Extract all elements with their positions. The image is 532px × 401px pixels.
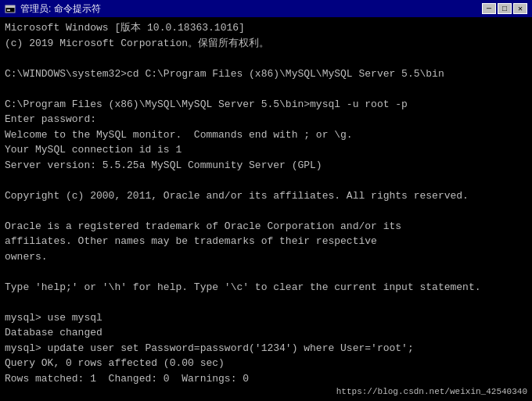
terminal-line: C:\WINDOWS\system32>cd C:\Program Files …: [5, 66, 527, 82]
terminal-line: Database changed: [5, 325, 527, 341]
watermark: https://blog.csdn.net/weixin_42540340: [336, 387, 527, 396]
terminal-line: Server version: 5.5.25a MySQL Community …: [5, 158, 527, 174]
terminal-line: Your MySQL connection id is 1: [5, 142, 527, 158]
terminal-line: [5, 295, 527, 310]
terminal-line: [5, 264, 527, 280]
terminal-line: C:\Program Files (x86)\MySQL\MySQL Serve…: [5, 97, 527, 113]
terminal-line: Microsoft Windows [版本 10.0.18363.1016]: [5, 20, 527, 36]
terminal-line: [5, 51, 527, 66]
maximize-button[interactable]: □: [498, 3, 512, 14]
close-button[interactable]: ✕: [513, 3, 527, 14]
titlebar-title: 管理员: 命令提示符: [20, 2, 477, 16]
terminal-line: mysql> update user set Password=password…: [5, 341, 527, 356]
titlebar-icon: [5, 3, 16, 14]
terminal-line: affiliates. Other names may be trademark…: [5, 234, 527, 249]
terminal-line: owners.: [5, 249, 527, 265]
svg-rect-1: [5, 5, 15, 8]
terminal-line: Type 'help;' or '\h' for help. Type '\c'…: [5, 280, 527, 295]
svg-rect-2: [7, 9, 10, 11]
terminal-line: [5, 81, 527, 97]
terminal-line: mysql> use mysql: [5, 310, 527, 326]
terminal-line: Rows matched: 1 Changed: 0 Warnings: 0: [5, 371, 527, 387]
terminal-line: [5, 203, 527, 219]
titlebar: 管理员: 命令提示符 ─ □ ✕: [0, 0, 532, 17]
titlebar-buttons: ─ □ ✕: [482, 3, 527, 14]
terminal-line: Welcome to the MySQL monitor. Commands e…: [5, 127, 527, 143]
terminal-line: Query OK, 0 rows affected (0.00 sec): [5, 356, 527, 371]
terminal-line: Oracle is a registered trademark of Orac…: [5, 219, 527, 235]
terminal-line: Enter password:: [5, 112, 527, 127]
terminal-line: (c) 2019 Microsoft Corporation。保留所有权利。: [5, 36, 527, 52]
terminal-line: Copyright (c) 2000, 2011, Oracle and/or …: [5, 188, 527, 204]
terminal-line: [5, 173, 527, 188]
terminal-content: Microsoft Windows [版本 10.0.18363.1016](c…: [0, 17, 532, 401]
minimize-button[interactable]: ─: [482, 3, 496, 14]
